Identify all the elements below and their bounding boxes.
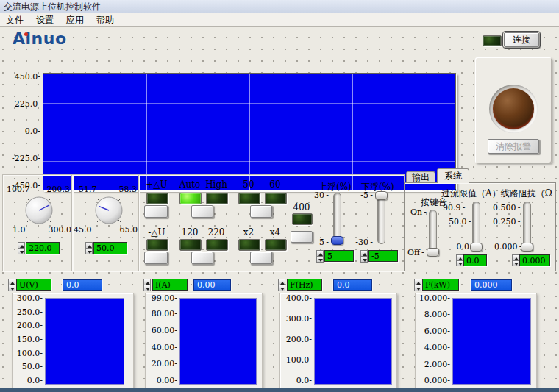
x2-led bbox=[238, 239, 260, 251]
plus-delta-u-button[interactable] bbox=[144, 205, 168, 218]
float-up-value-field[interactable]: 5 bbox=[324, 250, 354, 262]
menu-item-help[interactable]: 帮助 bbox=[96, 14, 114, 26]
frequency-setpoint-field[interactable]: 50.0 bbox=[93, 242, 127, 254]
clear-alarm-button[interactable]: 清除报警 bbox=[488, 139, 539, 154]
slider-tick-label: 90.9 bbox=[443, 203, 463, 213]
y-axis-tick-label: 10.000 bbox=[419, 293, 450, 303]
logo-text: Ainuo bbox=[13, 29, 67, 48]
gridline bbox=[249, 74, 250, 190]
decrement-button[interactable] bbox=[316, 256, 324, 263]
frequency-readout: 0.0 bbox=[333, 279, 372, 291]
meter-spinner bbox=[8, 279, 15, 291]
increment-button[interactable] bbox=[360, 250, 368, 256]
slider-tick-label: 0.000 bbox=[494, 242, 519, 252]
meter-plot bbox=[45, 298, 124, 385]
increment-button[interactable] bbox=[316, 250, 324, 256]
range-400-button[interactable] bbox=[291, 231, 313, 243]
increment-button[interactable] bbox=[512, 254, 519, 260]
y-axis-tick-label: 50.0 bbox=[22, 362, 43, 371]
window-bottom-border bbox=[0, 388, 559, 392]
x2-label: x2 bbox=[238, 227, 260, 238]
float-down-value-field[interactable]: -5 bbox=[368, 250, 398, 262]
float-down-spinner bbox=[360, 250, 368, 263]
freq-60-label: 60 bbox=[264, 179, 286, 190]
voltage-setpoint-field[interactable]: 220.0 bbox=[26, 242, 60, 254]
y-axis-tick-label: 300.0 bbox=[17, 293, 43, 303]
y-axis-tick-label: 40.00 bbox=[152, 342, 177, 352]
float-down-slider-thumb[interactable] bbox=[375, 191, 388, 200]
range-120-label: 120 bbox=[179, 227, 201, 238]
float-up-slider-thumb[interactable] bbox=[331, 236, 343, 245]
decrement-button[interactable] bbox=[8, 285, 15, 291]
increment-button[interactable] bbox=[456, 254, 463, 260]
y-axis-tick-label: 100.0 bbox=[17, 348, 43, 357]
connect-button[interactable]: 连接 bbox=[504, 32, 539, 47]
increment-button[interactable] bbox=[278, 279, 285, 285]
meter-chart-panel: 99.0080.0060.0040.0020.000.00 bbox=[145, 293, 263, 390]
high-label: High bbox=[205, 179, 227, 190]
float-down-slider-track[interactable] bbox=[377, 193, 385, 244]
slider-tick-label: 50.0 bbox=[449, 217, 469, 227]
y-axis-tick-label: 200.0 bbox=[17, 321, 43, 330]
line-impedance-slider-thumb[interactable] bbox=[521, 243, 533, 252]
decrement-button[interactable] bbox=[18, 248, 25, 254]
voltage-knob-panel: 100.7 200.3 1.0 300.0 bbox=[2, 174, 73, 271]
float-up-spinner bbox=[316, 250, 324, 263]
increment-button[interactable] bbox=[85, 242, 93, 248]
x2-x4-toggle-button[interactable] bbox=[250, 252, 272, 264]
increment-button[interactable] bbox=[18, 242, 25, 248]
plus-delta-u-label: +△U bbox=[142, 179, 171, 190]
decrement-button[interactable] bbox=[143, 285, 151, 291]
key-sound-switch-thumb[interactable] bbox=[427, 248, 439, 257]
limits-header: 过流限值（A）线路阻抗（Ω bbox=[441, 188, 555, 200]
alarm-indicator-ring bbox=[489, 85, 538, 133]
decrement-button[interactable] bbox=[512, 260, 519, 267]
y-axis-tick-label: 0.000 bbox=[424, 376, 450, 385]
voltage-knob[interactable] bbox=[23, 194, 55, 227]
menu-item-settings[interactable]: 设置 bbox=[36, 14, 54, 26]
brand-logo: Ainuo bbox=[13, 29, 67, 48]
increment-button[interactable] bbox=[143, 279, 151, 285]
range-120-220-toggle-button[interactable] bbox=[191, 252, 213, 264]
voltage-meter: U(V) 0.0 300.0250.0200.0150.0100.050.00.… bbox=[8, 278, 135, 388]
minus-delta-u-label: -△U bbox=[142, 227, 171, 238]
knob-scale-label: 51.7 bbox=[79, 185, 97, 194]
menu-item-file[interactable]: 文件 bbox=[6, 14, 24, 26]
increment-button[interactable] bbox=[414, 279, 421, 285]
y-axis-tick-label: 6.000 bbox=[424, 326, 450, 335]
meter-y-axis: 300.0250.0200.0150.0100.050.00.0 bbox=[13, 298, 43, 380]
meter-spinner bbox=[414, 279, 421, 291]
freq-50-label: 50 bbox=[238, 179, 260, 190]
decrement-button[interactable] bbox=[360, 256, 368, 263]
menu-item-application[interactable]: 应用 bbox=[66, 14, 84, 26]
range-220-led bbox=[206, 239, 228, 251]
freq-50-led bbox=[238, 193, 260, 204]
x4-led bbox=[265, 239, 287, 251]
tab-system[interactable]: 系统 bbox=[437, 168, 469, 183]
y-axis-tick-label: 300.0 bbox=[286, 314, 312, 324]
knob-scale-label: 200.3 bbox=[47, 185, 71, 194]
range-400-led bbox=[292, 213, 313, 225]
decrement-button[interactable] bbox=[456, 260, 463, 267]
current-limit-slider-thumb[interactable] bbox=[470, 243, 483, 252]
slider-tick-label: 0.250 bbox=[493, 217, 518, 227]
y-axis-tick-label: 0.00 bbox=[157, 376, 177, 385]
decrement-button[interactable] bbox=[414, 285, 421, 291]
line-impedance-value-field[interactable]: 0.000 bbox=[519, 254, 550, 266]
increment-button[interactable] bbox=[8, 279, 15, 285]
settings-tab-panel: 输出 系统 过流限值（A）线路阻抗（Ω 按键音 On Off 90.9 50.0… bbox=[404, 168, 556, 271]
auto-high-toggle-button[interactable] bbox=[191, 205, 213, 218]
y-axis-tick-label: 250.0 bbox=[17, 307, 43, 316]
y-axis-tick-label: 100.0 bbox=[286, 355, 312, 365]
window-title: 交流电源上位机控制软件 bbox=[4, 1, 101, 12]
plus-delta-u-led bbox=[146, 193, 168, 204]
freq-50-60-toggle-button[interactable] bbox=[250, 205, 272, 218]
decrement-button[interactable] bbox=[85, 248, 93, 254]
meter-chart-panel: 300.0250.0200.0150.0100.050.00.0 bbox=[12, 293, 134, 390]
connection-status-led bbox=[483, 35, 502, 46]
current-limit-value-field[interactable]: 0.0 bbox=[463, 254, 487, 266]
decrement-button[interactable] bbox=[278, 285, 285, 291]
tab-output[interactable]: 输出 bbox=[406, 171, 435, 183]
frequency-knob[interactable] bbox=[93, 194, 125, 227]
minus-delta-u-button[interactable] bbox=[144, 252, 168, 264]
